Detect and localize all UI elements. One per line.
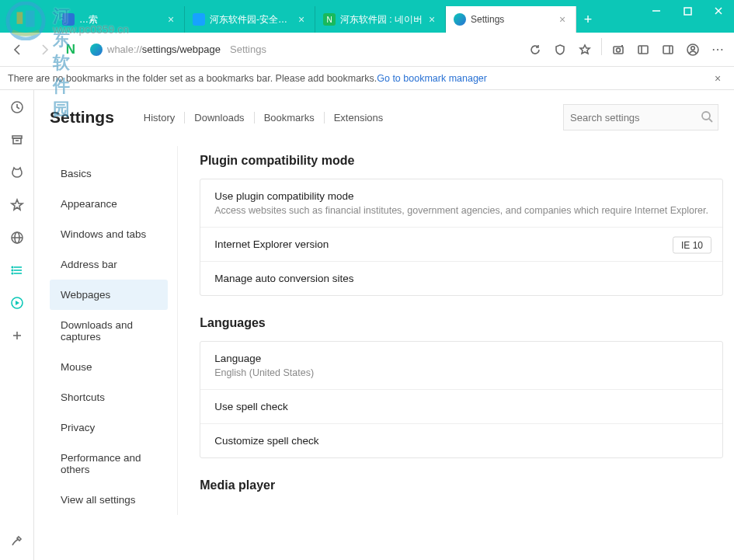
whale-url-icon [90, 43, 103, 56]
reload-button[interactable] [524, 38, 547, 61]
titlebar: …索 × 河东软件园-安全的绿 × N 河东软件园 : 네이버 × Settin… [0, 0, 734, 33]
section-heading: Languages [200, 316, 723, 330]
settings-topnav: History Downloads Bookmarks Extensions [134, 112, 392, 123]
favicon-icon [193, 13, 205, 26]
sidenav-basics[interactable]: Basics [50, 158, 168, 189]
svg-rect-1 [684, 8, 691, 15]
row-title: Manage auto conversion sites [214, 273, 708, 284]
row-ie-version[interactable]: Internet Explorer version IE 10 [200, 228, 722, 262]
search-input[interactable] [570, 112, 701, 123]
svg-point-14 [691, 46, 695, 50]
settings-content: Settings History Downloads Bookmarks Ext… [34, 90, 734, 560]
svg-point-27 [12, 270, 13, 271]
rail-star-icon[interactable] [6, 194, 28, 216]
row-subtitle: English (United States) [214, 367, 708, 378]
separator [601, 38, 602, 55]
rail-add-button[interactable] [6, 325, 28, 346]
settings-body: Basics Appearance Windows and tabs Addre… [34, 141, 734, 515]
address-bar-row: N whale://settings/webpage Settings ⋯ [0, 33, 734, 67]
sidenav-downloads-captures[interactable]: Downloads and captures [50, 310, 168, 352]
svg-point-6 [617, 48, 621, 52]
rail-cat-icon[interactable] [6, 162, 28, 183]
sidebar-toggle-button[interactable] [631, 38, 655, 61]
section-heading: Plugin compatibility mode [200, 154, 723, 168]
close-icon[interactable]: × [557, 14, 568, 25]
page-title: Settings [50, 108, 114, 127]
svg-marker-19 [12, 200, 23, 210]
row-title: Language [214, 353, 708, 364]
minimize-button[interactable] [641, 0, 672, 22]
settings-sidenav: Basics Appearance Windows and tabs Addre… [34, 146, 178, 515]
tab-0[interactable]: …索 × [54, 6, 185, 33]
sidenav-webpages[interactable]: Webpages [50, 280, 168, 310]
row-spell-check[interactable]: Use spell check [200, 390, 722, 424]
rail-clock-icon[interactable] [6, 96, 28, 118]
tab-label: Settings [471, 14, 554, 25]
rail-list-icon[interactable] [6, 259, 28, 281]
row-customize-spell[interactable]: Customize spell check [200, 424, 722, 457]
tab-1[interactable]: 河东软件园-安全的绿 × [185, 6, 315, 33]
naver-home-button[interactable]: N [59, 38, 82, 61]
shield-icon[interactable] [548, 38, 572, 61]
sidenav-mouse[interactable]: Mouse [50, 352, 168, 382]
url-text: whale://settings/webpage [107, 43, 221, 55]
svg-rect-9 [638, 46, 648, 54]
row-title: Customize spell check [214, 435, 708, 447]
sidenav-appearance[interactable]: Appearance [50, 189, 168, 219]
sidenav-shortcuts[interactable]: Shortcuts [50, 382, 168, 412]
close-icon[interactable]: × [165, 14, 176, 25]
ie-version-dropdown[interactable]: IE 10 [673, 236, 711, 253]
topnav-downloads[interactable]: Downloads [185, 112, 254, 123]
left-rail [0, 90, 34, 560]
panel-toggle-button[interactable] [656, 38, 680, 61]
profile-button[interactable] [681, 38, 704, 61]
rail-archive-icon[interactable] [6, 129, 28, 151]
back-button[interactable] [6, 38, 30, 61]
address-bar[interactable]: whale://settings/webpage Settings [85, 38, 520, 61]
forward-button[interactable] [33, 38, 56, 61]
section-heading: Media player [200, 478, 723, 492]
maximize-button[interactable] [672, 0, 703, 22]
sidenav-performance[interactable]: Performance and others [50, 443, 168, 485]
row-use-plugin-mode[interactable]: Use plugin compatibility mode Access web… [200, 179, 722, 228]
bookmark-manager-link[interactable]: Go to bookmark manager [377, 73, 487, 84]
favicon-icon [62, 13, 75, 26]
row-manage-conversion[interactable]: Manage auto conversion sites [200, 262, 722, 295]
tab-label: 河东软件园 : 네이버 [340, 13, 423, 26]
topnav-history[interactable]: History [134, 112, 185, 123]
section-plugin: Plugin compatibility mode Use plugin com… [200, 154, 723, 296]
sidenav-privacy[interactable]: Privacy [50, 412, 168, 443]
settings-search[interactable] [563, 104, 718, 130]
rail-globe-icon[interactable] [6, 227, 28, 249]
sidenav-windows-tabs[interactable]: Windows and tabs [50, 219, 168, 249]
tab-3-active[interactable]: Settings × [446, 6, 576, 33]
section-panel: Language English (United States) Use spe… [200, 341, 723, 458]
svg-point-33 [702, 112, 710, 120]
bookmark-star-button[interactable] [573, 38, 597, 61]
rail-settings-icon[interactable] [6, 530, 28, 552]
sidenav-address-bar[interactable]: Address bar [50, 249, 168, 280]
tab-2[interactable]: N 河东软件园 : 네이버 × [315, 6, 446, 33]
menu-button[interactable]: ⋯ [706, 38, 729, 61]
svg-line-34 [709, 119, 712, 122]
tab-label: …索 [79, 13, 162, 26]
rail-play-icon[interactable] [6, 292, 28, 314]
capture-button[interactable] [607, 38, 630, 61]
topnav-bookmarks[interactable]: Bookmarks [255, 112, 325, 123]
row-language[interactable]: Language English (United States) [200, 342, 722, 390]
close-icon[interactable]: × [426, 14, 437, 25]
topnav-extensions[interactable]: Extensions [325, 112, 393, 123]
new-tab-button[interactable]: + [576, 6, 600, 33]
settings-header: Settings History Downloads Bookmarks Ext… [34, 90, 734, 141]
section-panel: Use plugin compatibility mode Access web… [200, 179, 723, 296]
svg-point-28 [12, 273, 13, 274]
close-icon[interactable]: × [296, 14, 307, 25]
section-media: Media player [200, 478, 723, 492]
main-wrap: Settings History Downloads Bookmarks Ext… [0, 90, 734, 560]
sidenav-view-all[interactable]: View all settings [50, 485, 168, 515]
favicon-icon: N [323, 13, 336, 26]
row-title: Internet Explorer version [214, 238, 708, 250]
close-window-button[interactable] [703, 0, 734, 22]
row-title: Use plugin compatibility mode [214, 190, 708, 202]
close-icon[interactable]: × [709, 72, 726, 85]
